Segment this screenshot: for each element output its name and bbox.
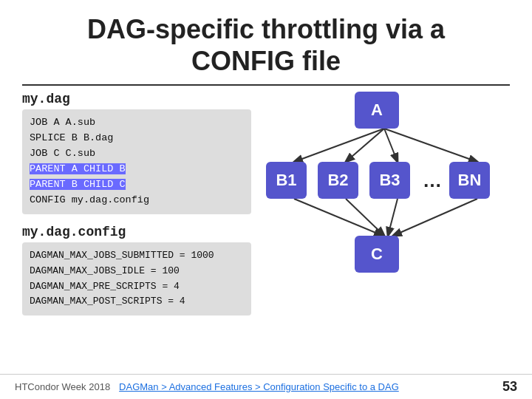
svg-line-1 (346, 129, 384, 162)
svg-line-4 (294, 199, 383, 236)
node-b3-label: B3 (379, 171, 400, 190)
footer-page-number: 53 (502, 379, 517, 395)
section2-label: my.dag.config (22, 225, 251, 239)
code-line-1: JOB A A.sub (30, 115, 244, 131)
code-block-1: JOB A A.sub SPLICE B B.dag JOB C C.sub P… (22, 109, 251, 214)
code2-line-4: DAGMAN_MAX_POST_SCRIPTS = 4 (30, 294, 244, 310)
code2-line-1: DAGMAN_MAX_JOBS_SUBMITTED = 1000 (30, 248, 244, 264)
title-divider (22, 84, 510, 86)
dag-node-b2: B2 (318, 162, 358, 199)
footer-event: HTCondor Week 2018 (15, 381, 110, 392)
code-line-4: PARENT A CHILD B (30, 162, 244, 177)
code-block-2: DAGMAN_MAX_JOBS_SUBMITTED = 1000 DAGMAN_… (22, 242, 251, 316)
dag-node-b3: B3 (369, 162, 410, 199)
dag-dots: … (421, 162, 443, 199)
node-c-label: C (371, 245, 383, 264)
dag-node-bn: BN (449, 162, 490, 199)
slide-title: DAG-specific throttling via a CONFIG fil… (0, 0, 532, 77)
main-content: my.dag JOB A A.sub SPLICE B B.dag JOB C … (0, 92, 532, 316)
dag-diagram: A B1 B2 B3 … BN C (266, 92, 510, 316)
dag-node-b1: B1 (266, 162, 307, 199)
svg-line-0 (294, 129, 384, 162)
title-line1: DAG-specific throttling via a (0, 13, 532, 45)
svg-line-5 (346, 199, 384, 236)
svg-line-7 (393, 199, 477, 236)
code2-line-2: DAGMAN_MAX_JOBS_IDLE = 100 (30, 264, 244, 279)
footer-link[interactable]: DAGMan > Advanced Features > Configurati… (119, 381, 399, 392)
svg-line-3 (384, 129, 477, 162)
node-b1-label: B1 (276, 171, 296, 190)
dag-container: A B1 B2 B3 … BN C (266, 92, 510, 299)
title-line2: CONFIG file (0, 45, 532, 77)
highlight-parent-b: PARENT B CHILD C (30, 179, 126, 190)
node-b2-label: B2 (327, 171, 348, 190)
dag-node-c: C (355, 236, 399, 273)
node-a-label: A (371, 100, 383, 120)
code2-line-3: DAGMAN_MAX_PRE_SCRIPTS = 4 (30, 279, 244, 295)
code-line-5: PARENT B CHILD C (30, 177, 244, 193)
svg-line-6 (388, 199, 398, 236)
highlight-parent-a: PARENT A CHILD B (30, 163, 126, 174)
code-line-3: JOB C C.sub (30, 146, 244, 162)
section1-label: my.dag (22, 92, 251, 106)
footer: HTCondor Week 2018 DAGMan > Advanced Fea… (0, 374, 532, 399)
svg-line-2 (384, 129, 398, 162)
left-panel: my.dag JOB A A.sub SPLICE B B.dag JOB C … (22, 92, 251, 316)
node-bn-label: BN (458, 171, 482, 190)
dag-node-a: A (355, 92, 399, 129)
code-line-6: CONFIG my.dag.config (30, 193, 244, 208)
code-line-2: SPLICE B B.dag (30, 131, 244, 146)
